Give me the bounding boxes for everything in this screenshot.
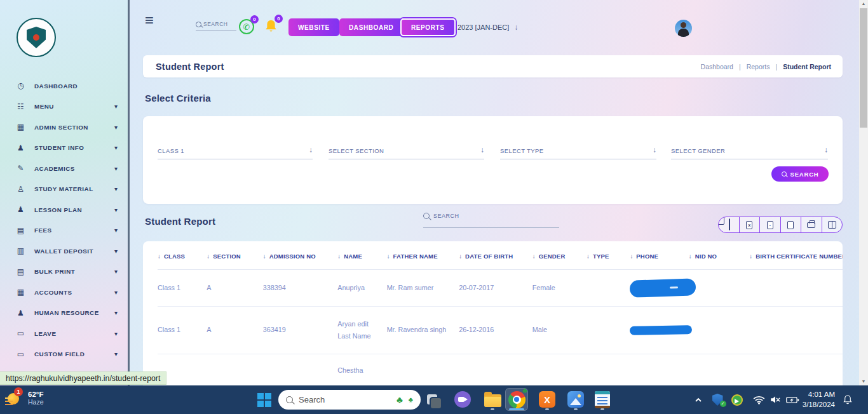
sidebar-item-admin-section[interactable]: ▦ADMIN SECTION▾ [0,117,128,138]
sidebar-item-wallet-deposit[interactable]: ▥WALLET DEPOSIT▾ [0,241,128,262]
chevron-down-icon: ▾ [114,227,118,234]
tray-wifi-button[interactable] [751,385,766,414]
sort-icon [263,253,269,260]
sidebar-item-academics[interactable]: ✎ACADEMICS▾ [0,158,128,179]
tray-expand-button[interactable] [693,385,704,414]
export-csv-button[interactable]: - [759,217,780,232]
type-select[interactable]: SELECT TYPE ↓ [500,145,656,159]
chevron-down-icon: ▾ [114,103,118,110]
table-row[interactable]: Class 1 A 338394 Anupriya Mr. Ram sumer … [158,270,843,307]
criteria-search-button[interactable]: SEARCH [771,166,829,182]
menu-icon: ☷ [15,102,26,111]
search-icon [196,22,201,27]
taskbar-chat-icon[interactable] [451,388,474,411]
topbar-search-input[interactable] [203,21,234,27]
dropdown-arrow-icon: ↓ [309,145,313,154]
taskbar-chrome-icon[interactable]: ♣ [505,388,528,411]
col-type[interactable]: TYPE [587,241,630,270]
report-search-input[interactable] [433,213,541,219]
print-button[interactable] [801,217,822,232]
user-avatar[interactable] [675,20,692,37]
sort-icon [587,253,593,260]
tray-volume-button[interactable] [768,385,783,414]
taskbar-photos-icon[interactable] [564,388,587,411]
col-birth-certificate[interactable]: BIRTH CERTIFICATE NUMBER [749,241,843,270]
col-phone[interactable]: PHONE [630,241,688,270]
weather-widget[interactable]: 1 62°F Haze [5,389,44,407]
class-select[interactable]: CLASS 1 ↓ [158,145,313,159]
session-label: 2023 [JAN-DEC] [458,23,509,31]
columns-icon [828,221,836,229]
cell-birth-certificate [749,354,843,385]
section-select[interactable]: SELECT SECTION ↓ [329,145,484,159]
dashboard-icon: ◷ [15,81,26,90]
cell-class: Class 1 [158,270,207,307]
session-dropdown[interactable]: 2023 [JAN-DEC] ↓ [458,23,518,32]
col-name[interactable]: NAME [337,241,386,270]
export-excel-button[interactable]: x [739,217,760,232]
col-date-of-birth[interactable]: DATE OF BIRTH [459,241,532,270]
scrollbar-thumb[interactable] [860,8,867,128]
gender-select[interactable]: SELECT GENDER ↓ [671,145,828,159]
sort-icon [337,253,344,260]
reports-button[interactable]: REPORTS [400,18,456,36]
hamburger-icon[interactable]: ≡ [145,13,154,28]
sidebar-item-leave[interactable]: ▭LEAVE▾ [0,323,128,344]
school-logo [17,18,56,57]
breadcrumb-dashboard[interactable]: Dashboard [701,63,733,70]
taskbar-xampp-icon[interactable]: X [536,388,559,411]
col-gender[interactable]: GENDER [532,241,587,270]
sidebar-item-menu[interactable]: ☷MENU▾ [0,97,128,117]
col-class[interactable]: CLASS [158,241,207,270]
scroll-down-arrow[interactable]: ▼ [859,378,868,385]
scroll-up-arrow[interactable]: ▲ [859,0,868,8]
website-button[interactable]: WEBSITE [288,18,339,36]
taskbar-search[interactable]: Search ♣ ♣ [278,390,421,410]
sidebar-item-student-info[interactable]: ♟STUDENT INFO▾ [0,138,128,159]
tray-notifications-button[interactable] [840,385,855,414]
taskbar-clock[interactable]: 4:01 AM 3/18/2024 [803,385,835,414]
copy-button[interactable] [719,217,739,232]
topbar-search[interactable] [196,21,236,30]
weather-badge: 1 [14,387,23,396]
tray-idm-icon[interactable] [730,385,744,414]
sidebar-item-label: HUMAN RESOURCE [34,309,114,316]
tray-security-icon[interactable] [711,385,725,414]
breadcrumb-current: Student Report [783,63,831,70]
sidebar-item-fees[interactable]: ▤FEES▾ [0,220,128,241]
tray-battery-button[interactable] [784,385,801,414]
breadcrumb-reports[interactable]: Reports [747,63,770,70]
sidebar-item-dashboard[interactable]: ◷DASHBOARD [0,76,128,97]
dropdown-arrow-icon: ↓ [824,145,828,154]
col-nid-no[interactable]: NID NO [689,241,749,270]
sidebar-item-lesson-plan[interactable]: ♟LESSON PLAN▾ [0,199,128,220]
column-visibility-button[interactable] [822,217,843,232]
taskbar-notepad-icon[interactable] [591,388,614,411]
notifications-button[interactable]: 0 [264,18,278,34]
col-admission-no[interactable]: ADMISSION NO [263,241,338,270]
taskbar-file-explorer-icon[interactable] [481,388,504,411]
windows-taskbar: 1 62°F Haze Search ♣ ♣ ♣ X [0,385,868,414]
table-row[interactable]: Chestha [158,354,843,385]
dashboard-button[interactable]: DASHBOARD [339,18,403,36]
sidebar-item-study-material[interactable]: ♙STUDY MATERIAL▾ [0,179,128,200]
col-section[interactable]: SECTION [207,241,262,270]
custom-field-icon: ▭ [15,350,26,359]
taskbar-task-view-icon[interactable] [421,388,444,411]
report-search[interactable] [423,213,559,228]
phone-redaction-scribble [630,278,696,298]
cell-phone [630,270,688,307]
start-button[interactable] [257,393,271,406]
sidebar-item-human-resource[interactable]: ♟HUMAN RESOURCE▾ [0,303,128,324]
vertical-scrollbar[interactable]: ▲ ▼ [859,0,868,385]
export-pdf-button[interactable] [780,217,801,232]
sidebar-item-accounts[interactable]: ▦ACCOUNTS▾ [0,282,128,303]
gender-select-value: SELECT GENDER [671,147,725,154]
table-row[interactable]: Class 1 A 363419 Aryan edit Last Name Mr… [158,307,843,354]
whatsapp-button[interactable]: 0 [239,19,254,34]
sidebar-item-bulk-print[interactable]: ▤BULK PRINT▾ [0,262,128,283]
fees-icon: ▤ [15,226,26,235]
col-father-name[interactable]: FATHER NAME [387,241,459,270]
chevron-down-icon: ▾ [114,351,118,357]
sidebar-item-custom-field[interactable]: ▭CUSTOM FIELD▾ [0,344,128,365]
